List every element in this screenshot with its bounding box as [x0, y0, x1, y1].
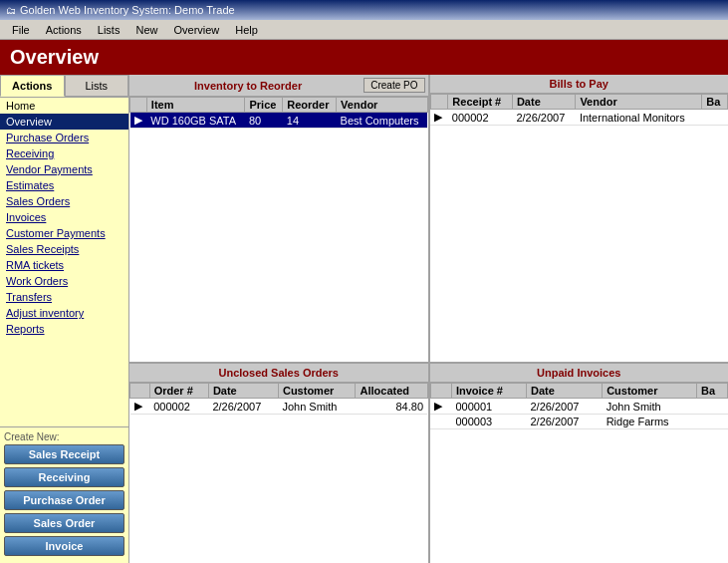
sidebar-item-sales-receipts[interactable]: Sales Receipts [0, 241, 128, 257]
unclosed-sales-orders-header: Unclosed Sales Orders [129, 364, 428, 383]
col-customer: Customer [603, 384, 697, 399]
col-price: Price [245, 98, 283, 113]
bills-to-pay-header: Bills to Pay [430, 75, 729, 94]
table-row[interactable]: ▶ 000002 2/26/2007 John Smith 84.80 [130, 399, 428, 415]
create-po-button[interactable]: Create PO [364, 78, 424, 93]
title-bar: 🗂 Golden Web Inventory System: Demo Trad… [0, 0, 728, 20]
row-invoice: 000001 [451, 399, 526, 415]
bills-to-pay-table: Receipt # Date Vendor Ba ▶ 000002 2/26/2… [430, 94, 729, 126]
sidebar-item-vendor-payments[interactable]: Vendor Payments [0, 161, 128, 177]
col-date: Date [208, 384, 278, 399]
menu-overview[interactable]: Overview [165, 22, 227, 38]
sidebar-item-rma-tickets[interactable]: RMA tickets [0, 257, 128, 273]
menu-lists[interactable]: Lists [90, 22, 128, 38]
row-item: WD 160GB SATA [146, 113, 245, 129]
row-arrow: ▶ [430, 110, 448, 126]
sidebar-tabs: Actions Lists [0, 75, 128, 98]
row-allocated: 84.80 [356, 399, 427, 415]
col-invoice: Invoice # [451, 384, 526, 399]
row-vendor: International Monitors [576, 110, 702, 126]
col-receipt: Receipt # [448, 95, 513, 110]
sidebar-item-transfers[interactable]: Transfers [0, 289, 128, 305]
col-vendor: Vendor [576, 95, 702, 110]
unclosed-sales-orders-table: Order # Date Customer Allocated ▶ 000002… [129, 383, 428, 415]
content-area: Inventory to Reorder Create PO Item Pric… [129, 75, 728, 563]
col-item: Item [146, 98, 245, 113]
table-row[interactable]: ▶ 000001 2/26/2007 John Smith [430, 399, 728, 415]
page-title: Overview [0, 40, 728, 75]
bottom-panels-row: Unclosed Sales Orders Order # Date Custo… [129, 364, 728, 563]
row-arrow [430, 415, 451, 429]
row-ba [697, 399, 728, 415]
bills-to-pay-panel: Bills to Pay Receipt # Date Vendor Ba [430, 75, 729, 362]
create-purchase-order-button[interactable]: Purchase Order [4, 490, 124, 510]
col-ba: Ba [697, 384, 728, 399]
sidebar-nav: Home Overview Purchase Orders Receiving … [0, 98, 128, 426]
menu-help[interactable]: Help [227, 22, 266, 38]
col-reorder: Reorder [283, 98, 337, 113]
sidebar-item-invoices[interactable]: Invoices [0, 209, 128, 225]
col-order: Order # [149, 384, 208, 399]
sidebar-item-overview[interactable]: Overview [0, 114, 128, 130]
unpaid-invoices-table: Invoice # Date Customer Ba ▶ 000001 2/26… [430, 383, 729, 429]
table-row[interactable]: ▶ 000002 2/26/2007 International Monitor… [430, 110, 728, 126]
row-ba [697, 415, 728, 429]
sidebar-item-receiving[interactable]: Receiving [0, 145, 128, 161]
inventory-reorder-table: Item Price Reorder Vendor ▶ WD 160GB SAT… [129, 97, 428, 129]
menu-actions[interactable]: Actions [38, 22, 90, 38]
sidebar-item-purchase-orders[interactable]: Purchase Orders [0, 130, 128, 145]
sidebar-item-reports[interactable]: Reports [0, 321, 128, 337]
menu-new[interactable]: New [127, 22, 165, 38]
table-row[interactable]: 000003 2/26/2007 Ridge Farms [430, 415, 728, 429]
sidebar-item-sales-orders[interactable]: Sales Orders [0, 193, 128, 209]
col-arrow-th [130, 384, 150, 399]
row-receipt: 000002 [448, 110, 513, 126]
row-invoice: 000003 [451, 415, 526, 429]
create-sales-receipt-button[interactable]: Sales Receipt [4, 444, 124, 464]
menu-file[interactable]: File [4, 22, 38, 38]
inventory-reorder-title: Inventory to Reorder [132, 80, 364, 92]
menu-bar: File Actions Lists New Overview Help [0, 20, 728, 40]
bills-to-pay-table-container: Receipt # Date Vendor Ba ▶ 000002 2/26/2… [430, 94, 729, 362]
title-text: Golden Web Inventory System: Demo Trade [20, 4, 235, 16]
row-arrow: ▶ [130, 399, 150, 415]
row-reorder: 14 [283, 113, 337, 129]
col-arrow-th [430, 95, 448, 110]
sidebar: Actions Lists Home Overview Purchase Ord… [0, 75, 129, 563]
unpaid-invoices-table-container: Invoice # Date Customer Ba ▶ 000001 2/26… [430, 383, 729, 563]
unclosed-sales-orders-panel: Unclosed Sales Orders Order # Date Custo… [129, 364, 430, 563]
create-receiving-button[interactable]: Receiving [4, 467, 124, 487]
sidebar-item-work-orders[interactable]: Work Orders [0, 273, 128, 289]
create-new-section: Create New: Sales Receipt Receiving Purc… [0, 426, 128, 563]
row-customer: Ridge Farms [603, 415, 697, 429]
sidebar-item-estimates[interactable]: Estimates [0, 177, 128, 193]
row-order: 000002 [149, 399, 208, 415]
unpaid-invoices-title: Unpaid Invoices [433, 367, 726, 379]
inventory-reorder-panel: Inventory to Reorder Create PO Item Pric… [129, 75, 430, 362]
unpaid-invoices-header: Unpaid Invoices [430, 364, 729, 383]
row-date: 2/26/2007 [208, 399, 278, 415]
unpaid-invoices-panel: Unpaid Invoices Invoice # Date Customer … [430, 364, 729, 563]
col-date: Date [512, 95, 575, 110]
col-arrow-th [430, 384, 451, 399]
row-arrow: ▶ [130, 113, 147, 129]
sidebar-item-adjust-inventory[interactable]: Adjust inventory [0, 305, 128, 321]
create-sales-order-button[interactable]: Sales Order [4, 513, 124, 533]
main-container: Actions Lists Home Overview Purchase Ord… [0, 75, 728, 563]
create-invoice-button[interactable]: Invoice [4, 536, 124, 556]
row-price: 80 [245, 113, 283, 129]
inventory-reorder-table-container: Item Price Reorder Vendor ▶ WD 160GB SAT… [129, 97, 428, 362]
create-new-label: Create New: [4, 431, 124, 442]
col-vendor: Vendor [337, 98, 427, 113]
sidebar-item-home[interactable]: Home [0, 98, 128, 114]
row-customer: John Smith [603, 399, 697, 415]
table-row[interactable]: ▶ WD 160GB SATA 80 14 Best Computers [130, 113, 428, 129]
row-arrow: ▶ [430, 399, 451, 415]
row-date: 2/26/2007 [526, 399, 602, 415]
sidebar-item-customer-payments[interactable]: Customer Payments [0, 225, 128, 241]
unclosed-sales-orders-title: Unclosed Sales Orders [132, 367, 425, 379]
tab-actions[interactable]: Actions [0, 75, 65, 97]
tab-lists[interactable]: Lists [65, 75, 129, 97]
col-date: Date [526, 384, 602, 399]
app-icon: 🗂 [6, 5, 16, 16]
